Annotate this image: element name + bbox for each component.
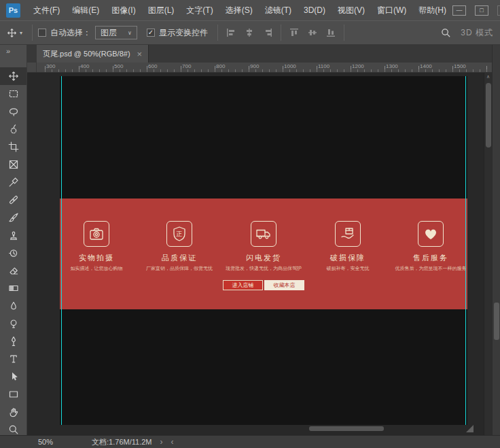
menu-item[interactable]: 文件(F)	[27, 0, 66, 20]
tool-preset-picker[interactable]: ▾	[0, 28, 26, 38]
tool-brush[interactable]	[0, 209, 27, 226]
canvas-viewport[interactable]: 实物拍摄 如实描述，让您放心购物 正 品质保证 厂家直销，品质保障，假货无忧 闪…	[27, 73, 492, 435]
tool-crop[interactable]	[0, 138, 27, 156]
feature-subtitle: 厂家直销，品质保障，假货无忧	[143, 265, 216, 272]
move-icon	[7, 28, 17, 38]
ruler-tick-label: 1200	[351, 63, 385, 69]
ruler-tick-label: 300	[45, 63, 79, 69]
tool-hand[interactable]	[0, 403, 27, 421]
align-right-icon[interactable]	[263, 28, 272, 37]
chevron-left-icon[interactable]: ‹	[171, 438, 173, 446]
artwork-feature-item: 正 品质保证 厂家直销，品质保障，假货无忧	[143, 221, 216, 272]
auto-select-checkbox[interactable]	[38, 29, 46, 37]
chevron-right-icon[interactable]: ›	[160, 438, 162, 446]
healing-brush-icon	[8, 194, 19, 205]
panel-dock-strip[interactable]	[492, 45, 500, 435]
vertical-scrollbar-thumb[interactable]	[486, 83, 491, 148]
ruler-tick-label: 1300	[385, 63, 418, 69]
vertical-scrollbar[interactable]: ∧	[484, 73, 492, 435]
auto-select-target-dropdown[interactable]: 图层 ∨	[95, 26, 137, 39]
water-drop-icon	[8, 300, 19, 311]
document-tab-bar: 页尾.psd @ 50%(RGB/8#) ×	[27, 45, 492, 63]
menu-item[interactable]: 窗口(W)	[371, 0, 412, 20]
search-icon[interactable]	[441, 28, 451, 38]
tool-frame[interactable]	[0, 156, 27, 173]
document-tab[interactable]: 页尾.psd @ 50%(RGB/8#) ×	[37, 45, 149, 63]
menu-item[interactable]: 文字(T)	[180, 0, 219, 20]
tool-strip: »	[0, 45, 27, 435]
tool-rectangular-marquee[interactable]	[0, 85, 27, 103]
tool-gradient[interactable]	[0, 279, 27, 297]
resize-grip-icon[interactable]	[466, 425, 474, 432]
close-button[interactable]: ✕	[497, 5, 500, 16]
feature-title: 售后服务	[394, 253, 467, 263]
move-icon	[8, 71, 19, 82]
menu-item[interactable]: 图像(I)	[105, 0, 141, 20]
eraser-icon	[8, 265, 19, 276]
tool-quick-selection[interactable]	[0, 120, 27, 138]
quick-selection-icon	[8, 124, 19, 135]
tool-type[interactable]	[0, 350, 27, 368]
horizontal-scrollbar-thumb[interactable]	[309, 426, 384, 431]
align-bottom-icon[interactable]	[326, 28, 336, 37]
align-top-icon[interactable]	[289, 28, 299, 37]
menu-item[interactable]: 3D(D)	[298, 0, 332, 20]
feature-subtitle: 破损补寄，安全无忧	[311, 265, 385, 272]
menu-item[interactable]: 视图(V)	[332, 0, 371, 20]
minimize-button[interactable]: —	[452, 5, 466, 16]
zoom-level-field[interactable]: 50%	[38, 438, 53, 446]
chevron-down-icon: ▾	[20, 30, 22, 36]
eyedropper-icon	[8, 177, 19, 188]
artwork-feature-item: 售后服务 优质售后，为您呈现不一样的服务	[394, 221, 467, 272]
toolstrip-expand-button[interactable]: »	[0, 45, 26, 58]
tools-list	[0, 67, 26, 435]
horizontal-ruler[interactable]: 3004005006007008009001000110012001300140…	[27, 63, 492, 73]
tab-close-icon[interactable]: ×	[137, 50, 143, 58]
document-size-info[interactable]: 文档:1.76M/11.2M	[92, 437, 151, 447]
guide-line-right	[465, 76, 466, 425]
tool-zoom[interactable]	[0, 421, 27, 435]
tool-spot-healing-brush[interactable]	[0, 191, 27, 209]
workspace-3d-mode-button[interactable]: 3D 模式	[461, 27, 493, 39]
tool-rectangle[interactable]	[0, 385, 27, 403]
menu-item[interactable]: 编辑(E)	[66, 0, 105, 20]
tool-eyedropper[interactable]	[0, 173, 27, 191]
rectangle-icon	[8, 389, 19, 400]
ruler-tick-label: 400	[79, 63, 113, 69]
scroll-up-arrow-icon[interactable]: ∧	[484, 73, 492, 81]
magnifier-icon	[8, 424, 19, 435]
tool-pen[interactable]	[0, 332, 27, 350]
brush-icon	[8, 212, 19, 223]
tool-blur[interactable]	[0, 297, 27, 315]
type-icon	[8, 354, 19, 364]
tool-eraser[interactable]	[0, 262, 27, 279]
status-bar: 50% 文档:1.76M/11.2M › ‹	[0, 435, 500, 448]
align-middle-vertical-icon[interactable]	[308, 28, 317, 37]
menu-item[interactable]: 帮助(H)	[412, 0, 452, 20]
tool-dodge[interactable]	[0, 315, 27, 332]
show-transform-checkbox[interactable]: ✓	[147, 29, 155, 37]
frame-icon	[8, 159, 19, 170]
feature-title: 破损保障	[311, 253, 385, 263]
menu-item[interactable]: 图层(L)	[142, 0, 181, 20]
align-center-horizontal-icon[interactable]	[245, 28, 254, 37]
tool-move[interactable]	[0, 67, 27, 85]
tool-lasso[interactable]	[0, 103, 27, 120]
panel-dock-handle[interactable]	[494, 303, 499, 340]
clone-stamp-icon	[8, 230, 19, 241]
document-canvas[interactable]: 实物拍摄 如实描述，让您放心购物 正 品质保证 厂家直销，品质保障，假货无忧 闪…	[60, 76, 467, 425]
pen-icon	[8, 336, 19, 347]
selection-arrow-icon	[8, 371, 19, 382]
tool-history-brush[interactable]	[0, 244, 27, 262]
menu-item[interactable]: 滤镜(T)	[259, 0, 298, 20]
options-bar: ▾ 自动选择： 图层 ∨ ✓ 显示变换控件 3D 模式	[0, 20, 500, 45]
feature-subtitle: 现货批发，快递无忧，为商品保驾护航	[226, 265, 302, 272]
align-left-icon[interactable]	[226, 28, 236, 37]
tool-path-selection[interactable]	[0, 368, 27, 385]
feature-title: 品质保证	[143, 253, 216, 263]
artwork-black-area-bottom	[60, 309, 467, 425]
menu-item[interactable]: 选择(S)	[219, 0, 259, 20]
tool-clone-stamp[interactable]	[0, 226, 27, 244]
ruler-tick-label: 500	[113, 63, 147, 69]
maximize-button[interactable]: □	[475, 5, 488, 16]
